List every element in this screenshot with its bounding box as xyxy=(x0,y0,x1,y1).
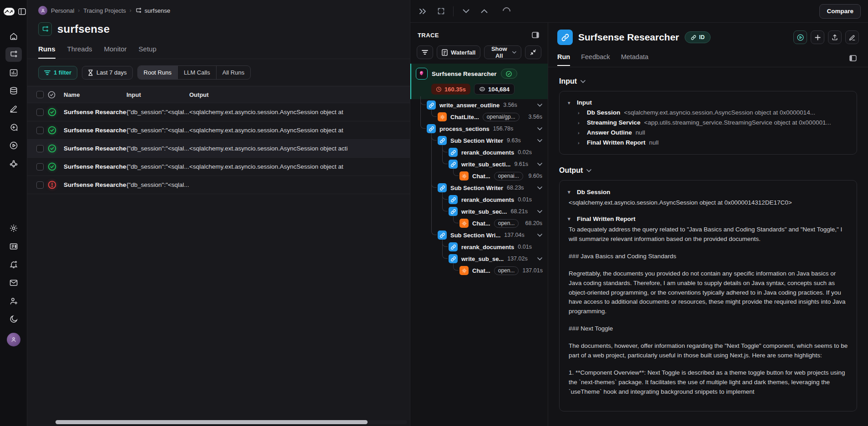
table-row[interactable]: Surfsense Researcher{"db_session":"<sqla… xyxy=(27,140,410,158)
compare-button[interactable]: Compare xyxy=(819,4,861,19)
table-row[interactable]: Surfsense Researcher{"db_session":"<sqla… xyxy=(27,103,410,121)
sidebar-item-home[interactable] xyxy=(5,29,22,44)
chevron-down-icon[interactable] xyxy=(537,104,542,107)
expand-fullscreen-icon[interactable] xyxy=(435,5,447,17)
sidebar-item-datasets[interactable] xyxy=(5,84,22,98)
tab-runs[interactable]: Runs xyxy=(38,45,56,59)
breadcrumb-project[interactable]: surfsense xyxy=(135,7,170,14)
trace-node-write-sub-secti-[interactable]: write_sub_secti...9.61s xyxy=(410,158,548,170)
run-name-cell[interactable]: Surfsense Researcher xyxy=(64,109,126,115)
run-input-cell[interactable]: {"db_session":"<sqlal... xyxy=(126,163,189,170)
tab-threads[interactable]: Threads xyxy=(67,45,92,59)
chevron-right-icon[interactable]: › xyxy=(578,108,583,118)
sidebar-item-settings[interactable] xyxy=(5,221,22,236)
trace-node-write-sub-sec-[interactable]: write_sub_sec...68.21s xyxy=(410,205,548,217)
tab-setup[interactable]: Setup xyxy=(139,45,156,59)
trace-node-rerank-documents[interactable]: rerank_documents0.01s xyxy=(410,241,548,253)
breadcrumb-workspace[interactable]: Personal xyxy=(51,7,74,14)
run-output-cell[interactable]: <sqlalchemy.ext.asyncio.session.AsyncSes… xyxy=(189,127,410,134)
run-name-cell[interactable]: Surfsense Researcher xyxy=(64,145,126,152)
sidebar-item-prompts[interactable] xyxy=(5,120,22,135)
segment-root-runs[interactable]: Root Runs xyxy=(138,66,178,79)
row-checkbox[interactable] xyxy=(36,145,44,152)
chevron-right-icon[interactable]: › xyxy=(578,138,583,148)
input-field-row[interactable]: ›Answer Outlinenull xyxy=(568,128,848,138)
trace-node-chatlite-[interactable]: ChatLite...openai/gp...3.56s xyxy=(410,111,548,123)
row-checkbox[interactable] xyxy=(36,109,44,116)
user-avatar[interactable] xyxy=(7,333,20,346)
trace-node-sub-section-wri-[interactable]: Sub Section Wri...137.04s xyxy=(410,229,548,241)
chevron-down-icon[interactable] xyxy=(537,257,542,261)
row-checkbox[interactable] xyxy=(36,127,44,134)
column-header-name[interactable]: Name xyxy=(64,91,126,98)
table-row[interactable]: Surfsense Researcher{"db_session":"<sqla… xyxy=(27,121,410,140)
previous-run-chevron-icon[interactable] xyxy=(460,5,472,17)
waterfall-view-button[interactable]: Waterfall xyxy=(437,45,480,59)
chevron-right-icon[interactable]: › xyxy=(578,128,583,138)
collapse-panel-icon[interactable] xyxy=(417,5,429,17)
run-name-cell[interactable]: Surfsense Researcher xyxy=(64,163,126,170)
input-field-row[interactable]: ›Final Written Reportnull xyxy=(568,138,848,148)
run-output-cell[interactable]: <sqlalchemy.ext.asyncio.session.AsyncSes… xyxy=(189,109,410,115)
sidebar-item-theme-toggle[interactable] xyxy=(5,312,22,326)
chevron-down-icon[interactable]: ▾ xyxy=(568,216,573,222)
add-to-dataset-button[interactable] xyxy=(811,30,824,44)
run-output-cell[interactable]: <sqlalchemy.ext.asyncio.session.AsyncSes… xyxy=(189,145,410,152)
annotate-button[interactable] xyxy=(845,30,859,44)
column-header-output[interactable]: Output xyxy=(189,91,410,98)
trace-node-chat-[interactable]: Chat...openai...9.60s xyxy=(410,170,548,182)
date-range-button[interactable]: Last 7 days xyxy=(82,66,133,80)
show-all-dropdown[interactable]: Show All xyxy=(484,45,521,59)
trace-node-chat-[interactable]: Chat...open...68.20s xyxy=(410,217,548,229)
trace-node-rerank-documents[interactable]: rerank_documents0.02s xyxy=(410,146,548,158)
row-checkbox[interactable] xyxy=(36,163,44,170)
input-field-row[interactable]: ›Db Session<sqlalchemy.ext.asyncio.sessi… xyxy=(568,108,848,118)
select-all-checkbox[interactable] xyxy=(36,91,44,98)
table-row[interactable]: Surfsense Researcher{"db_session":"<sqla… xyxy=(27,176,410,194)
collapse-all-button[interactable] xyxy=(525,45,541,59)
sidebar-item-playground[interactable] xyxy=(5,138,22,153)
run-output-cell[interactable]: <sqlalchemy.ext.asyncio.session.AsyncSes… xyxy=(189,163,410,170)
panel-toggle-icon[interactable] xyxy=(847,52,859,64)
trace-filter-button[interactable] xyxy=(417,45,433,59)
chevron-down-icon[interactable] xyxy=(537,186,542,190)
sidebar-item-mail[interactable] xyxy=(5,276,22,290)
collapse-sidebar-icon[interactable] xyxy=(18,5,27,17)
run-input-cell[interactable]: {"db_session":"<sqlal... xyxy=(126,127,189,134)
trace-node-chat-[interactable]: Chat...open...137.01s xyxy=(410,265,548,276)
run-input-cell[interactable]: {"db_session":"<sqlal... xyxy=(126,181,189,188)
chevron-down-icon[interactable] xyxy=(537,139,542,142)
row-checkbox[interactable] xyxy=(36,181,44,189)
trace-node-write-sub-se-[interactable]: write_sub_se...137.02s xyxy=(410,253,548,265)
segment-all-runs[interactable]: All Runs xyxy=(217,66,250,79)
sidebar-item-deployments[interactable] xyxy=(5,156,22,171)
sidebar-item-tracing-projects[interactable] xyxy=(5,47,22,62)
detail-content[interactable]: Input ▾Input›Db Session<sqlalchemy.ext.a… xyxy=(548,67,868,426)
column-header-input[interactable]: Input xyxy=(126,91,189,98)
run-name-cell[interactable]: Surfsense Researcher xyxy=(64,127,126,134)
sidebar-item-invite[interactable] xyxy=(5,294,22,308)
share-run-button[interactable] xyxy=(828,30,842,44)
output-section-key[interactable]: ▾Db Session xyxy=(568,189,848,195)
output-section-heading[interactable]: Output xyxy=(559,166,857,175)
chevron-down-icon[interactable] xyxy=(537,234,542,237)
chevron-down-icon[interactable] xyxy=(537,210,542,213)
horizontal-scrollbar[interactable] xyxy=(56,420,407,424)
filter-count-button[interactable]: 1 filter xyxy=(38,66,77,80)
breadcrumb-section[interactable]: Tracing Projects xyxy=(83,7,126,14)
chevron-down-icon[interactable] xyxy=(537,127,542,130)
scrollbar-thumb[interactable] xyxy=(56,420,368,424)
trace-node-rerank-documents[interactable]: rerank_documents0.01s xyxy=(410,194,548,205)
input-section-heading[interactable]: Input xyxy=(559,77,857,85)
trace-root-node[interactable]: Surfsense Researcher 160.35s xyxy=(410,64,548,99)
chevron-right-icon[interactable]: › xyxy=(578,118,583,128)
trace-node-write-answer-outline[interactable]: write_answer_outline3.56s xyxy=(410,99,548,111)
sidebar-item-annotation[interactable] xyxy=(5,102,22,116)
chevron-down-icon[interactable]: ▾ xyxy=(568,189,573,195)
detail-tab-run[interactable]: Run xyxy=(557,53,570,66)
sidebar-item-notifications[interactable] xyxy=(5,257,22,272)
trace-node-sub-section-writer[interactable]: Sub Section Writer9.63s xyxy=(410,135,548,146)
trace-node-sub-section-writer[interactable]: Sub Section Writer68.23s xyxy=(410,182,548,194)
run-input-cell[interactable]: {"db_session":"<sqlal... xyxy=(126,145,189,152)
table-row[interactable]: Surfsense Researcher{"db_session":"<sqla… xyxy=(27,158,410,176)
